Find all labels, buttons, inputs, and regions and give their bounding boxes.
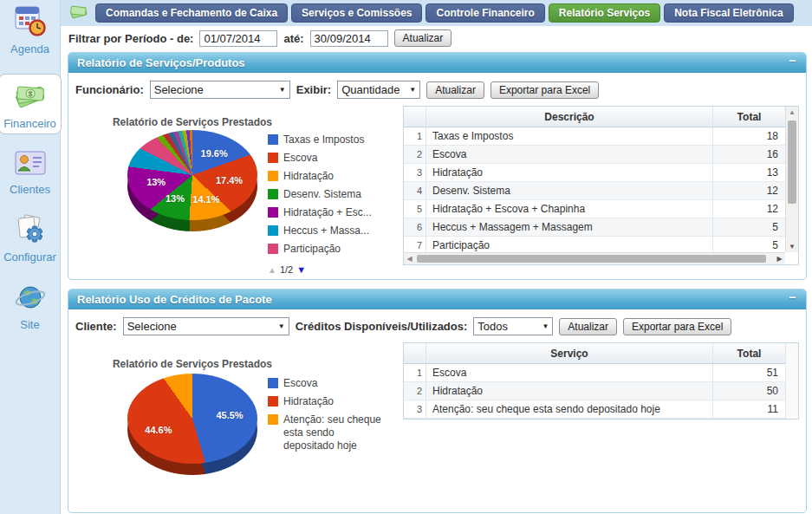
- tab-nota-fiscal[interactable]: Nota Fiscal Eletrônica: [664, 3, 793, 23]
- sidebar-item-label: Configurar: [3, 250, 56, 264]
- table-row[interactable]: 6Heccus + Massagem + Massagem5: [404, 218, 785, 237]
- collapse-icon[interactable]: −: [785, 290, 799, 304]
- row-number-cell: 1: [404, 364, 426, 381]
- sidebar-item-financeiro[interactable]: $ Financeiro: [0, 74, 62, 134]
- sidebar-item-label: Financeiro: [3, 117, 56, 130]
- table-row[interactable]: 3Atenção: seu cheque esta sendo deposita…: [404, 400, 785, 419]
- total-cell: 12: [712, 182, 785, 199]
- vertical-scrollbar[interactable]: ▲ ▼: [785, 107, 798, 252]
- total-cell: 5: [712, 218, 785, 236]
- tab-bar: Comandas e Fechamento de Caixa Serviços …: [95, 3, 794, 23]
- panel2-update-button[interactable]: Atualizar: [559, 318, 617, 335]
- until-label: até:: [283, 32, 303, 45]
- credits-pie-chart: 45.5%44.6%: [127, 374, 257, 476]
- table-row[interactable]: 4Desenv. Sistema12: [404, 182, 785, 200]
- table-row[interactable]: 1Escova51: [404, 364, 785, 382]
- description-cell: Hidratação + Escova + Chapinha: [426, 203, 712, 215]
- panel1-chart-area: Relatório de Serviços Prestados 19.6%17.…: [75, 106, 398, 272]
- exibir-select[interactable]: Quantidade ▼: [337, 81, 420, 99]
- sidebar-item-configurar[interactable]: Configurar: [3, 214, 56, 264]
- legend-label: Hidratação: [283, 395, 334, 408]
- legend-item: Desenv. Sistema: [268, 188, 387, 201]
- legend-item: Hidratação: [268, 170, 387, 183]
- panel1-header: Relatório de Serviços/Produtos −: [68, 53, 806, 73]
- app-window: Agenda $ Financeiro: [0, 0, 812, 514]
- pie-slice-label: 45.5%: [216, 410, 243, 420]
- legend-swatch-icon: [268, 153, 278, 163]
- date-from-input[interactable]: [199, 30, 277, 47]
- row-number-cell: 2: [404, 146, 426, 163]
- sidebar-item-label: Agenda: [10, 42, 49, 55]
- money-icon: [69, 3, 88, 23]
- sidebar-item-site[interactable]: Site: [13, 282, 48, 331]
- vertical-scrollbar[interactable]: [785, 343, 798, 419]
- pie-slice-label: 13%: [166, 193, 185, 204]
- page-down-icon[interactable]: ▼: [296, 264, 306, 275]
- sidebar-item-agenda[interactable]: Agenda: [10, 4, 49, 55]
- legend-swatch-icon: [268, 189, 278, 199]
- page-up-icon[interactable]: ▲: [268, 265, 276, 275]
- table-row[interactable]: 2Escova16: [404, 146, 785, 164]
- scrollbar-thumb[interactable]: [417, 255, 766, 263]
- filter-label: Filtrar por Período - de:: [68, 32, 193, 45]
- funcionario-select[interactable]: Selecione ▼: [150, 81, 290, 99]
- legend-label: Taxas e Impostos: [283, 133, 364, 146]
- row-number-cell: 1: [404, 127, 426, 145]
- services-table: DescriçãoTotal1Taxas e Impostos182Escova…: [403, 106, 799, 265]
- total-cell: 18: [712, 127, 785, 145]
- legend-label: Heccus + Massa...: [283, 224, 369, 237]
- collapse-icon[interactable]: −: [785, 54, 799, 68]
- header-cell-desc: Descrição: [426, 111, 712, 123]
- scrollbar-thumb[interactable]: [788, 120, 796, 204]
- tab-controle-financeiro[interactable]: Controle Financeiro: [425, 3, 544, 23]
- legend-swatch-icon: [268, 171, 278, 181]
- panel2-header: Relatório Uso de Créditos de Pacote −: [68, 290, 806, 309]
- scroll-right-icon[interactable]: ▶: [774, 253, 785, 264]
- date-to-input[interactable]: [310, 30, 388, 47]
- legend-item: Atenção: seu cheque esta sendo depositad…: [268, 413, 387, 452]
- legend-swatch-icon: [268, 134, 278, 145]
- row-number-cell: 5: [404, 200, 426, 218]
- sidebar-item-clientes[interactable]: Clientes: [10, 148, 50, 196]
- panel2-export-excel-button[interactable]: Exportar para Excel: [623, 318, 731, 335]
- sidebar: Agenda $ Financeiro: [0, 0, 61, 514]
- table-row[interactable]: 3Hidratação13: [404, 164, 785, 182]
- legend-swatch-icon: [268, 225, 278, 236]
- panel-relatorio-creditos-pacote: Relatório Uso de Créditos de Pacote − Cl…: [68, 289, 807, 513]
- description-cell: Atenção: seu cheque esta sendo depositad…: [426, 403, 712, 415]
- creditos-select[interactable]: Todos ▼: [473, 317, 553, 335]
- legend-item: Participação: [268, 243, 387, 256]
- legend-pagination: ▲1/2▼: [268, 264, 387, 275]
- globe-icon: [13, 282, 48, 316]
- tab-relatorio-servicos[interactable]: Relatório Serviços: [549, 3, 660, 23]
- scroll-down-icon[interactable]: ▼: [786, 241, 798, 252]
- chevron-down-icon: ▼: [409, 86, 416, 94]
- description-cell: Taxas e Impostos: [426, 130, 712, 142]
- description-cell: Escova: [426, 148, 712, 160]
- legend-swatch-icon: [268, 396, 278, 407]
- panel2-controls: Cliente: Selecione ▼ Créditos Disponívei…: [68, 309, 806, 342]
- header-cell-total: Total: [712, 343, 785, 363]
- tab-comandas[interactable]: Comandas e Fechamento de Caixa: [95, 3, 288, 23]
- chart1-title: Relatório de Serviços Prestados: [93, 116, 292, 128]
- tab-servicos-comissoes[interactable]: Serviços e Comissões: [291, 3, 422, 23]
- legend-label: Escova: [283, 377, 317, 390]
- table-row[interactable]: 2Hidratação50: [404, 382, 785, 400]
- table-header-row: DescriçãoTotal: [404, 107, 785, 127]
- scroll-left-icon[interactable]: ◀: [404, 253, 415, 264]
- chevron-down-icon: ▼: [278, 322, 285, 330]
- credits-table: ServiçoTotal1Escova512Hidratação503Atenç…: [403, 342, 799, 420]
- table-row[interactable]: 5Hidratação + Escova + Chapinha12: [404, 200, 785, 218]
- description-cell: Escova: [426, 367, 712, 379]
- panel1-update-button[interactable]: Atualizar: [426, 81, 484, 99]
- panel1-export-excel-button[interactable]: Exportar para Excel: [490, 81, 599, 99]
- panel2-body: Relatório de Serviços Prestados 45.5%44.…: [68, 342, 806, 512]
- creditos-label: Créditos Disponíveis/Utilizados:: [296, 320, 468, 333]
- horizontal-scrollbar[interactable]: ◀ ▶: [404, 252, 785, 264]
- cliente-select[interactable]: Selecione ▼: [123, 317, 289, 335]
- filter-update-button[interactable]: Atualizar: [394, 29, 452, 47]
- legend-item: Hidratação + Esc...: [268, 206, 387, 219]
- scroll-up-icon[interactable]: ▲: [786, 107, 798, 118]
- chevron-down-icon: ▼: [279, 86, 286, 94]
- table-row[interactable]: 1Taxas e Impostos18: [404, 127, 785, 146]
